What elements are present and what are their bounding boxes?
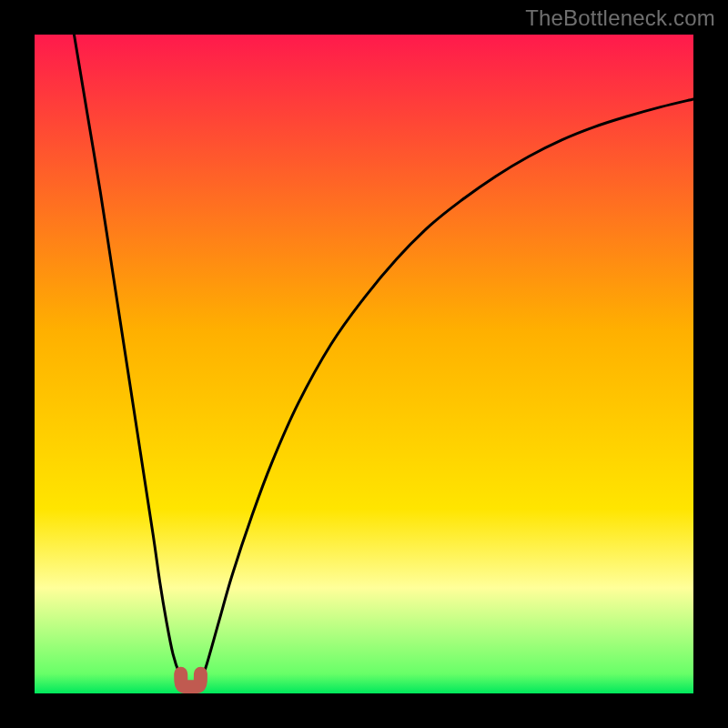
- bottleneck-chart: [35, 35, 693, 693]
- watermark-label: TheBottleneck.com: [525, 5, 715, 31]
- gradient-background: [35, 35, 693, 693]
- app-frame: TheBottleneck.com: [0, 0, 728, 728]
